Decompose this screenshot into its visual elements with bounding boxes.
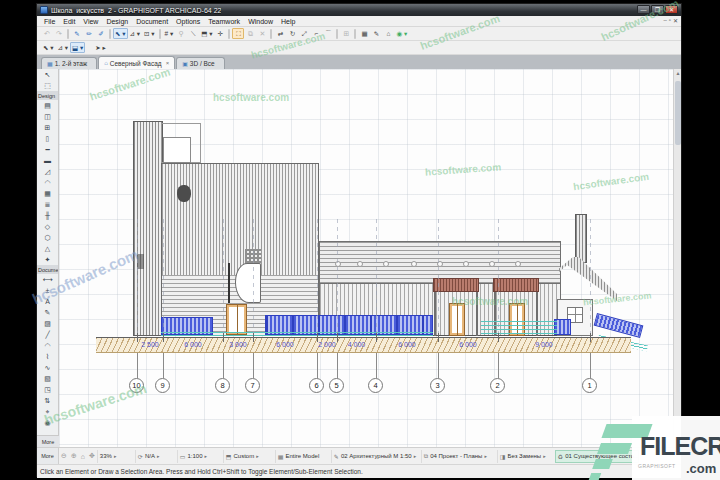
toolbox-tool[interactable]: ╫ bbox=[37, 210, 58, 221]
toolbox-tool[interactable]: A bbox=[37, 296, 58, 307]
pan-icon[interactable]: ✥ bbox=[87, 452, 97, 460]
toolbox-tool[interactable]: ▨ bbox=[37, 318, 58, 329]
toolbox-tool[interactable]: ⬚ bbox=[37, 80, 58, 91]
toolbar-button[interactable]: ⛶ bbox=[232, 28, 244, 39]
quickbar-more[interactable]: More bbox=[37, 448, 59, 464]
grid-bubble[interactable]: 9 bbox=[155, 378, 170, 393]
scroll-up-icon[interactable]: ▲ bbox=[674, 69, 682, 78]
layer-combination-dropdown[interactable]: ⧉ 04 Проект - Планы▸ bbox=[421, 450, 497, 463]
toolbar-button[interactable] bbox=[159, 29, 161, 39]
toolbar-button[interactable]: ✎ bbox=[71, 28, 83, 39]
toolbox-tool[interactable]: ↖ bbox=[37, 69, 58, 80]
dimension-value[interactable]: 6 000 bbox=[253, 339, 317, 350]
toolbar-button[interactable] bbox=[336, 29, 338, 39]
orientation-dropdown[interactable]: ⟳ N/A▸ bbox=[135, 450, 177, 463]
toolbar-button[interactable]: ✕ bbox=[256, 28, 268, 39]
toolbar-button[interactable]: ↶ bbox=[41, 28, 53, 39]
toolbox-tool[interactable]: ▦ bbox=[37, 188, 58, 199]
toolbar-button[interactable] bbox=[354, 29, 356, 39]
toolbar-button[interactable]: ⤢ bbox=[298, 28, 310, 39]
grid-bubble[interactable]: 1 bbox=[582, 378, 597, 393]
tab-close-icon[interactable]: × bbox=[166, 60, 170, 66]
toolbox-tool[interactable]: ╱ bbox=[37, 329, 58, 340]
toolbox-tool[interactable]: ⇅ bbox=[37, 395, 58, 406]
drawing-canvas[interactable]: 2 5006 0003 0006 0002 0004 0006 0006 000… bbox=[59, 69, 675, 447]
menu-item[interactable]: View bbox=[79, 18, 102, 25]
tool-option-button[interactable]: ⊿ ▾ bbox=[56, 42, 71, 53]
toolbar-button[interactable]: ⊿ ▾ bbox=[128, 28, 143, 39]
dimension-value[interactable]: 6 000 bbox=[438, 339, 498, 350]
toolbox-tool[interactable]: ∿ bbox=[37, 362, 58, 373]
menu-item[interactable]: Design bbox=[102, 18, 132, 25]
dimension-value[interactable]: 6 000 bbox=[376, 339, 438, 350]
toolbox-tool[interactable]: ± bbox=[37, 285, 58, 296]
toolbar-button[interactable]: ⬒ ▾ bbox=[199, 28, 214, 39]
toolbox-tool[interactable]: ▯ bbox=[37, 133, 58, 144]
pen-set-dropdown[interactable]: ✎ 02 Архитектурный М 1:50▸ bbox=[331, 450, 421, 463]
toolbar-button[interactable]: ⌒ bbox=[322, 28, 334, 39]
toolbox-tool[interactable]: ▬ bbox=[37, 155, 58, 166]
menu-item[interactable]: Edit bbox=[59, 18, 79, 25]
toolbox-tool[interactable]: ━ bbox=[37, 144, 58, 155]
toolbox-tool[interactable]: ◠ bbox=[37, 177, 58, 188]
dimension-value[interactable]: 3 000 bbox=[223, 339, 253, 350]
toolbar-button[interactable]: ⟍ bbox=[187, 28, 199, 39]
menu-item[interactable]: Help bbox=[277, 18, 299, 25]
toolbar-button[interactable]: ✏ bbox=[83, 28, 95, 39]
scrollbar-thumb[interactable] bbox=[675, 81, 681, 145]
dimension-value[interactable]: 2 500 bbox=[137, 339, 163, 350]
toolbar-button[interactable]: ⊞ bbox=[340, 28, 352, 39]
grid-bubble[interactable]: 5 bbox=[329, 378, 344, 393]
grid-bubble[interactable]: 3 bbox=[430, 378, 445, 393]
toolbox-tool[interactable]: ◿ bbox=[37, 166, 58, 177]
zoom-out-icon[interactable]: ⊖ bbox=[59, 452, 69, 460]
portico-roof-right[interactable] bbox=[493, 278, 539, 292]
rooftop-box[interactable] bbox=[163, 137, 191, 163]
dimension-value[interactable]: 9 000 bbox=[498, 339, 590, 350]
toolbar-button[interactable] bbox=[270, 29, 272, 39]
tool-option-button[interactable]: ⬓ ▾ bbox=[70, 42, 85, 53]
maximize-button[interactable]: ❐ bbox=[651, 5, 664, 14]
toolbox-tool[interactable]: ⌖ bbox=[37, 406, 58, 417]
document-window-controls[interactable]: – ▫ ✕ bbox=[663, 17, 678, 24]
view-tab[interactable]: ⌂ Северный Фасад × bbox=[98, 56, 175, 69]
model-view-dropdown[interactable]: ⬒ Custom▸ bbox=[223, 450, 275, 463]
structure-display-dropdown[interactable]: ▦ Entire Model bbox=[275, 450, 331, 463]
portico-roof-left[interactable] bbox=[433, 278, 479, 292]
toolbar-button[interactable]: ✐ bbox=[95, 28, 107, 39]
selected-ramp-railing[interactable] bbox=[594, 313, 644, 338]
toolbox-tool[interactable]: △ bbox=[37, 243, 58, 254]
toolbar-button[interactable]: ⬉ ▾ bbox=[113, 28, 128, 39]
curved-window[interactable] bbox=[235, 263, 261, 303]
close-button[interactable]: ✕ bbox=[665, 5, 678, 14]
scale-dropdown[interactable]: ▭ 1:100▸ bbox=[177, 450, 223, 463]
zoom-percent-dropdown[interactable]: 33%▸ bbox=[97, 450, 135, 463]
dimension-value[interactable]: 4 000 bbox=[337, 339, 376, 350]
toolbar-button[interactable]: ⧉ bbox=[244, 28, 256, 39]
toolbar-button[interactable]: ↷ bbox=[53, 28, 65, 39]
doc-close-icon[interactable]: ✕ bbox=[673, 17, 678, 24]
menu-item[interactable]: Window bbox=[244, 18, 277, 25]
right-gable-roof[interactable] bbox=[559, 257, 617, 301]
toolbox-tool[interactable]: ✦ bbox=[37, 254, 58, 265]
menu-item[interactable]: Options bbox=[172, 18, 204, 25]
entrance-door-mid-left[interactable] bbox=[449, 303, 465, 336]
toolbox-tool[interactable]: ⌇ bbox=[37, 351, 58, 362]
toolbar-button[interactable] bbox=[109, 29, 111, 39]
toolbox-tool[interactable]: ✎ bbox=[37, 307, 58, 318]
titlebar[interactable]: Школа_искусств_2 - GRAPHISOFT ARCHICAD-6… bbox=[37, 4, 681, 16]
doc-restore-icon[interactable]: ▫ bbox=[669, 17, 671, 24]
vertical-scrollbar[interactable]: ▲ ▼ bbox=[673, 69, 681, 447]
toolbar-button[interactable]: ⌂ bbox=[382, 28, 394, 39]
toolbar-button[interactable]: ⌐ bbox=[310, 28, 322, 39]
right-chimney[interactable] bbox=[575, 214, 587, 263]
menu-item[interactable]: File bbox=[40, 18, 59, 25]
toolbox-tool[interactable]: ▧ bbox=[37, 373, 58, 384]
toolbox-tool[interactable]: ≣ bbox=[37, 199, 58, 210]
grid-bubble[interactable]: 10 bbox=[129, 378, 144, 393]
toolbar-button[interactable]: # ▾ bbox=[163, 28, 176, 39]
toolbox-tool[interactable]: Document bbox=[37, 265, 58, 274]
dimension-value[interactable]: 6 000 bbox=[163, 339, 223, 350]
toolbar-button[interactable]: ▦ bbox=[358, 28, 370, 39]
toolbar-button[interactable] bbox=[228, 29, 230, 39]
